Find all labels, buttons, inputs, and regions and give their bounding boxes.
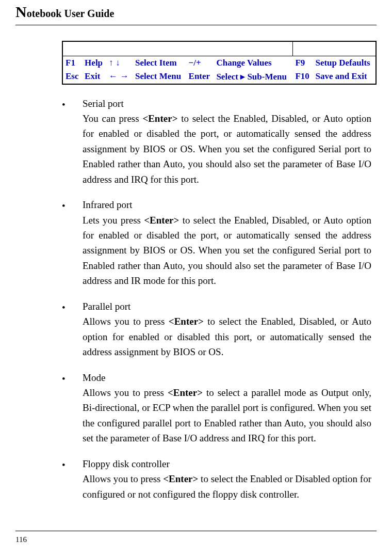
action-cell: Setup Defaults	[313, 56, 376, 70]
item-title: Serial port	[83, 96, 371, 111]
action-cell: Help	[82, 56, 106, 70]
table-row: F1 Help ↑ ↓ Select Item −/+ Change Value…	[62, 56, 376, 70]
item-body: Parallel port Allows you to press <Enter…	[83, 299, 371, 360]
text: Lets you press	[83, 215, 144, 226]
item-description: Allows you to press <Enter> to select a …	[83, 385, 371, 446]
bullet-icon: •	[62, 96, 83, 187]
item-title: Floppy disk controller	[83, 456, 371, 471]
page-header: Notebook User Guide	[15, 0, 377, 25]
keyboard-key: <Enter>	[163, 473, 198, 484]
table-row: Esc Exit ← → Select Menu Enter Select ▸ …	[62, 70, 376, 84]
action-cell: Select Menu	[133, 70, 186, 84]
item-title: Mode	[83, 370, 371, 385]
table-spacer	[62, 41, 376, 56]
text: Allows you to press	[83, 387, 168, 398]
item-title: Infrared port	[83, 197, 371, 212]
key-cell: F1	[62, 56, 82, 70]
list-item: • Serial port You can press <Enter> to s…	[62, 96, 371, 187]
list-item: • Mode Allows you to press <Enter> to se…	[62, 370, 371, 446]
action-cell: Exit	[82, 70, 106, 84]
action-cell: Change Values	[214, 56, 292, 70]
action-cell: Save and Exit	[313, 70, 376, 84]
header-dropcap: N	[15, 3, 27, 20]
header-title-rest: otebook User Guide	[27, 8, 115, 19]
content-area: • Serial port You can press <Enter> to s…	[62, 96, 371, 502]
item-body: Mode Allows you to press <Enter> to sele…	[83, 370, 371, 446]
bullet-icon: •	[62, 197, 83, 289]
action-cell: Select Item	[133, 56, 186, 70]
key-cell: F10	[292, 70, 313, 84]
item-title: Parallel port	[83, 299, 371, 314]
text: Allows you to press	[83, 473, 163, 484]
text: You can press	[83, 113, 142, 124]
item-description: Allows you to press <Enter> to select th…	[83, 314, 371, 359]
item-description: Lets you press <Enter> to select the Ena…	[83, 213, 371, 289]
key-cell: Esc	[62, 70, 82, 84]
action-cell: Select ▸ Sub-Menu	[214, 70, 292, 84]
item-description: Allows you to press <Enter> to select th…	[83, 471, 371, 502]
keyboard-key: <Enter>	[169, 316, 204, 327]
item-body: Serial port You can press <Enter> to sel…	[83, 96, 371, 187]
page-footer: 116	[15, 531, 377, 544]
key-cell: −/+	[186, 56, 214, 70]
item-description: You can press <Enter> to select the Enab…	[83, 111, 371, 187]
keyboard-key: <Enter>	[168, 387, 203, 398]
bullet-icon: •	[62, 370, 83, 446]
arrow-icon: ↑ ↓	[106, 56, 133, 70]
arrow-icon: ← →	[106, 70, 133, 84]
keyboard-key: <Enter>	[144, 215, 179, 226]
list-item: • Infrared port Lets you press <Enter> t…	[62, 197, 371, 289]
list-item: • Parallel port Allows you to press <Ent…	[62, 299, 371, 360]
key-cell: F9	[292, 56, 313, 70]
bullet-icon: •	[62, 299, 83, 360]
header-title: Notebook User Guide	[15, 8, 114, 19]
list-item: • Floppy disk controller Allows you to p…	[62, 456, 371, 502]
key-cell: Enter	[186, 70, 214, 84]
text: Allows you to press	[83, 316, 169, 327]
keyboard-key: <Enter>	[142, 113, 177, 124]
bullet-icon: •	[62, 456, 83, 502]
item-body: Infrared port Lets you press <Enter> to …	[83, 197, 371, 289]
bios-key-legend: F1 Help ↑ ↓ Select Item −/+ Change Value…	[62, 41, 377, 85]
item-body: Floppy disk controller Allows you to pre…	[83, 456, 371, 502]
page-number: 116	[15, 535, 27, 544]
